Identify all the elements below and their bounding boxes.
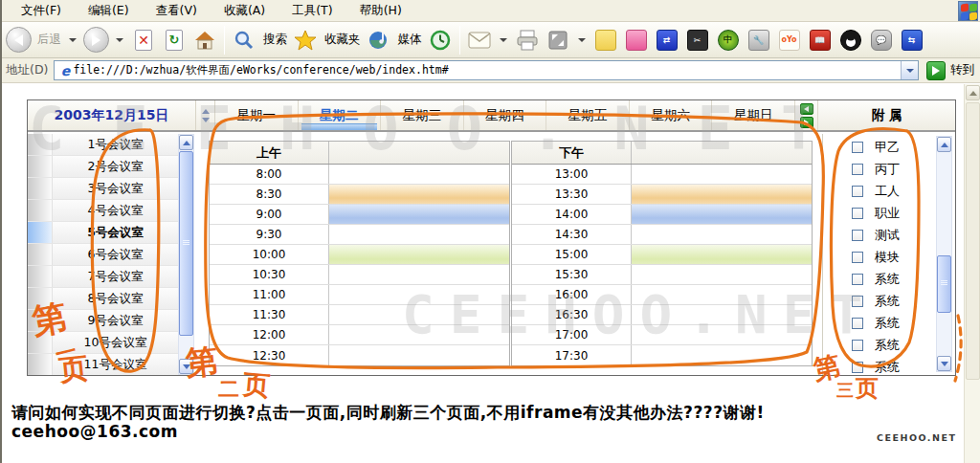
room-row-selected[interactable]: 5号会议室 — [28, 222, 178, 244]
time-row[interactable]: 12:00 — [210, 325, 509, 345]
tab-thursday[interactable]: 星期四 — [464, 100, 547, 130]
slot-cell-booked-green[interactable] — [329, 245, 509, 264]
attribute-row[interactable]: 职业 — [823, 202, 936, 224]
refresh-button[interactable]: ↻ — [163, 29, 186, 52]
mail-dropdown-icon[interactable] — [500, 38, 507, 42]
room-row[interactable]: 6号会议室 — [28, 244, 178, 266]
messenger-icon[interactable]: ⇄ — [657, 30, 678, 51]
slot-cell[interactable] — [632, 325, 812, 344]
slot-cell-booked-blue[interactable] — [329, 205, 509, 224]
attribute-row[interactable]: 测试 — [823, 224, 936, 246]
translate-icon[interactable]: ⇆ — [902, 30, 923, 51]
notes-icon[interactable] — [595, 30, 616, 51]
time-row[interactable]: 17:00 — [512, 325, 812, 345]
menu-edit[interactable]: 编辑(E) — [75, 0, 143, 22]
menu-file[interactable]: 文件(F) — [8, 0, 75, 22]
slot-cell[interactable] — [329, 345, 509, 365]
forward-button[interactable] — [83, 27, 109, 53]
edit-button[interactable] — [546, 29, 569, 52]
attribute-row[interactable]: 系统 — [823, 356, 936, 378]
tab-saturday[interactable]: 星期六 — [630, 100, 713, 130]
edit-dropdown-icon[interactable] — [578, 38, 586, 42]
prev-week-button[interactable] — [800, 103, 813, 115]
menu-tools[interactable]: 工具(T) — [278, 0, 345, 22]
scroll-down-icon[interactable] — [937, 356, 951, 371]
browser-scrollbar[interactable] — [964, 84, 980, 463]
search-button[interactable] — [233, 29, 256, 52]
time-row[interactable]: 11:30 — [210, 305, 509, 325]
menu-view[interactable]: 查看(V) — [143, 0, 211, 22]
back-dropdown-icon[interactable] — [69, 38, 77, 42]
room-row[interactable]: 2号会议室 — [28, 156, 178, 178]
slot-cell-booked-green[interactable] — [632, 245, 812, 264]
time-row[interactable]: 13:00 — [512, 165, 812, 185]
room-row[interactable]: 9号会议室 — [28, 310, 178, 332]
search-label[interactable]: 搜索 — [263, 32, 287, 48]
favorites-label[interactable]: 收藏夹 — [324, 32, 361, 48]
chat-bubble-icon[interactable]: 💬 — [871, 30, 892, 51]
time-row[interactable]: 15:00 — [512, 245, 812, 265]
scroll-up-icon[interactable] — [966, 85, 980, 100]
time-row[interactable]: 17:30 — [512, 345, 812, 365]
slot-cell[interactable] — [632, 305, 812, 324]
attribute-row[interactable]: 系统 — [823, 334, 936, 356]
forward-dropdown-icon[interactable] — [116, 38, 123, 42]
media-label[interactable]: 媒体 — [398, 32, 422, 48]
slot-cell[interactable] — [632, 265, 812, 284]
tab-tuesday[interactable]: 星期二 — [299, 100, 382, 130]
slot-cell[interactable] — [632, 345, 812, 365]
checkbox[interactable] — [852, 274, 863, 285]
slot-cell-booked-orange[interactable] — [329, 185, 509, 204]
room-row[interactable]: 1号会议室 — [28, 134, 178, 156]
address-dropdown-button[interactable] — [901, 61, 918, 79]
time-row[interactable]: 9:00 — [210, 205, 509, 225]
time-row[interactable]: 10:30 — [210, 265, 509, 285]
tab-friday[interactable]: 星期五 — [546, 100, 630, 130]
oyo-icon[interactable]: oYo — [779, 30, 800, 51]
time-row[interactable]: 8:00 — [210, 165, 509, 185]
slot-cell[interactable] — [632, 165, 812, 184]
checkbox[interactable] — [852, 296, 863, 307]
time-row[interactable]: 11:00 — [210, 285, 509, 305]
slot-cell[interactable] — [329, 285, 509, 304]
webcut-icon[interactable]: ✂ — [687, 30, 708, 51]
checkbox[interactable] — [852, 208, 863, 219]
scroll-up-icon[interactable] — [179, 135, 193, 150]
attributes-scrollbar[interactable] — [936, 136, 952, 372]
scroll-thumb[interactable] — [937, 255, 951, 313]
back-button[interactable] — [6, 27, 32, 53]
attribute-row[interactable]: 系统 — [823, 268, 936, 290]
room-row[interactable]: 4号会议室 — [28, 200, 178, 222]
address-input[interactable]: e file:///D:/wzhua/软件界面/eWorks/conferenc… — [54, 60, 919, 80]
slot-cell[interactable] — [329, 165, 509, 184]
room-row[interactable]: 3号会议室 — [28, 178, 178, 200]
checkbox[interactable] — [852, 186, 863, 197]
time-row[interactable]: 15:30 — [512, 265, 812, 285]
tab-wednesday[interactable]: 星期三 — [381, 100, 464, 130]
slot-cell[interactable] — [329, 265, 509, 284]
time-row[interactable]: 14:00 — [512, 205, 812, 225]
checkbox[interactable] — [852, 142, 863, 153]
slot-cell-booked-orange[interactable] — [632, 185, 812, 204]
attribute-row[interactable]: 丙丁 — [823, 158, 936, 180]
stop-button[interactable]: ✕ — [132, 29, 155, 52]
scroll-up-icon[interactable] — [937, 137, 951, 152]
room-row[interactable]: 10号会议室 — [28, 332, 178, 354]
tab-monday[interactable]: 星期一 — [215, 100, 299, 130]
room-list-scrollbar[interactable] — [178, 134, 194, 375]
dictionary-icon[interactable]: 📖 — [810, 30, 831, 51]
scroll-thumb[interactable] — [179, 151, 193, 336]
media-button[interactable] — [368, 29, 390, 52]
go-button[interactable]: 转到 — [926, 61, 974, 80]
checkbox[interactable] — [852, 340, 863, 351]
print-button[interactable] — [516, 29, 539, 52]
room-row[interactable]: 11号会议室 — [28, 354, 178, 375]
date-spinner[interactable] — [196, 100, 215, 130]
checkbox[interactable] — [852, 230, 863, 241]
room-row[interactable]: 8号会议室 — [28, 288, 178, 310]
room-row[interactable]: 7号会议室 — [28, 266, 178, 288]
slot-cell-booked-blue[interactable] — [632, 205, 812, 224]
checkbox[interactable] — [852, 164, 863, 175]
checkbox[interactable] — [852, 362, 863, 373]
phone-icon[interactable] — [626, 30, 647, 51]
